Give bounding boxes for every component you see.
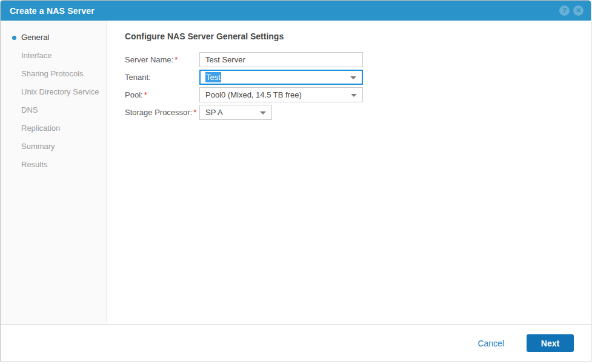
wizard-steps-sidebar: General Interface Sharing Protocols Unix… [1,21,107,324]
sidebar-item-general[interactable]: General [1,28,107,47]
sidebar-item-label: Unix Directory Service [21,87,99,96]
pool-selected-value: Pool0 (Mixed, 14.5 TB free) [205,90,302,99]
chevron-down-icon [350,76,356,79]
sidebar-item-dns[interactable]: DNS [1,101,107,119]
required-asterisk: * [193,108,196,117]
sidebar-item-interface[interactable]: Interface [1,47,107,65]
storage-processor-select[interactable]: SP A [199,105,272,120]
pool-label: Pool:* [125,90,199,99]
sidebar-item-results[interactable]: Results [1,156,107,174]
sidebar-item-sharing-protocols[interactable]: Sharing Protocols [1,65,107,83]
sidebar-item-label: Results [21,160,47,169]
create-nas-server-dialog: Create a NAS Server ? ✕ General Interfac… [0,0,591,362]
help-icon[interactable]: ? [559,5,570,16]
sidebar-item-label: Sharing Protocols [21,69,84,78]
storage-processor-row: Storage Processor:* SP A [125,105,591,120]
sidebar-item-label: Interface [21,51,52,60]
label-text: Storage Processor: [125,108,192,117]
tenant-selected-value: Test [205,72,221,82]
chevron-down-icon [351,94,357,97]
sidebar-item-label: Replication [21,124,60,133]
dialog-titlebar: Create a NAS Server ? ✕ [1,1,591,21]
pool-row: Pool:* Pool0 (Mixed, 14.5 TB free) [125,87,591,102]
chevron-down-icon [260,111,266,114]
storage-processor-selected-value: SP A [205,108,223,117]
label-text: Pool: [125,90,143,99]
server-name-label: Server Name:* [125,55,199,64]
sidebar-item-replication[interactable]: Replication [1,119,107,137]
label-text: Tenant: [125,73,151,82]
tenant-select[interactable]: Test [199,70,363,85]
required-asterisk: * [175,55,178,64]
panel-heading: Configure NAS Server General Settings [125,31,591,41]
sidebar-item-label: Summary [21,142,55,151]
sidebar-item-unix-directory-service[interactable]: Unix Directory Service [1,83,107,101]
dialog-body: General Interface Sharing Protocols Unix… [1,21,591,324]
close-icon[interactable]: ✕ [573,5,584,16]
pool-select[interactable]: Pool0 (Mixed, 14.5 TB free) [199,87,363,102]
sidebar-item-label: DNS [21,105,38,114]
dialog-footer: Cancel Next [1,324,591,362]
server-name-input[interactable] [199,52,363,67]
tenant-label: Tenant: [125,73,199,82]
sidebar-item-summary[interactable]: Summary [1,137,107,156]
server-name-row: Server Name:* [125,52,591,67]
active-step-dot-icon [12,36,16,40]
tenant-row: Tenant: Test [125,70,591,85]
storage-processor-label: Storage Processor:* [125,108,199,117]
dialog-title: Create a NAS Server [10,6,95,16]
sidebar-item-label: General [21,33,49,42]
cancel-button[interactable]: Cancel [477,339,504,348]
label-text: Server Name: [125,55,173,64]
settings-panel: Configure NAS Server General Settings Se… [107,21,591,324]
next-button[interactable]: Next [527,334,574,352]
required-asterisk: * [144,90,147,99]
